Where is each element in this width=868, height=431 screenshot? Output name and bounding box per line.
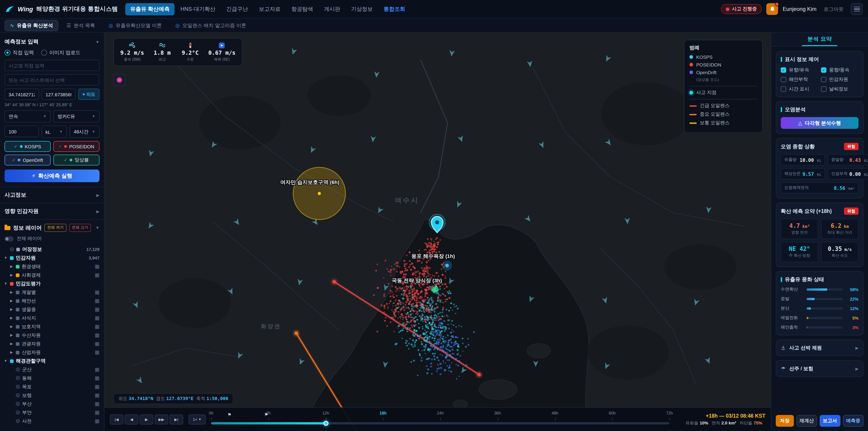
model-chip-opendrift[interactable]: ✓OpenDrift [4, 155, 51, 165]
grid-view-icon[interactable]: ▦ [95, 333, 99, 338]
display-option-2[interactable]: 해안부착 [781, 76, 818, 83]
layer-row-2[interactable]: ▶환경생태▦ [0, 262, 104, 271]
layer-toggle[interactable] [16, 419, 20, 423]
layer-row-19[interactable]: 부안▦ [0, 408, 104, 417]
collapsed-section-1[interactable]: ☂선주 / 보험▶ [776, 360, 864, 377]
nav-item-0[interactable]: 유출유 확산예측 [125, 3, 175, 15]
layer-row-13[interactable]: ▼해경관할구역 [0, 357, 104, 365]
longitude-input[interactable] [41, 89, 75, 100]
predicting-button[interactable]: 예측중 [843, 415, 864, 427]
fence-endpoint[interactable] [333, 280, 336, 284]
layer-toggle[interactable] [16, 385, 20, 389]
input-panel-header[interactable]: 예측정보 입력 ▼ [0, 34, 104, 49]
timeline-track-area[interactable]: 0h6h12h18h24h36h48h60h72h⚑⚑ [211, 407, 670, 431]
layer-row-12[interactable]: ▶산업자원▦ [0, 348, 104, 357]
nav-item-3[interactable]: 보고자료 [254, 3, 285, 15]
accordion-0[interactable]: 사고정보▶ [0, 187, 104, 203]
amount-unit-select[interactable]: kL▼ [41, 126, 67, 138]
pick-on-map-button[interactable]: ⌖지도 [79, 89, 99, 100]
checkbox-icon[interactable] [821, 86, 827, 92]
layer-row-4[interactable]: ▼민감도평가 [0, 279, 104, 288]
model-chip-poseidon[interactable]: ✓POSEIDON [53, 141, 99, 152]
master-layer-row[interactable]: 전체 레이어 [0, 235, 104, 245]
nav-item-1[interactable]: HNS·대기확산 [176, 3, 220, 15]
playback-speed-select[interactable]: 1× ▼ [188, 414, 206, 424]
grid-view-icon[interactable]: ▦ [95, 290, 99, 295]
fence-endpoint[interactable] [477, 373, 481, 376]
tab-0[interactable]: ∿유출유 확산분석 [4, 20, 59, 31]
grid-view-icon[interactable]: ▦ [95, 298, 99, 303]
radio-image-upload[interactable]: 이미지 업로드 [41, 49, 81, 56]
checkbox-icon[interactable] [781, 86, 786, 92]
nav-item-5[interactable]: 게시판 [319, 3, 345, 15]
logout-button[interactable]: 로그아웃 [821, 5, 846, 13]
grid-view-icon[interactable]: ▦ [95, 341, 99, 346]
checkbox-icon[interactable] [821, 77, 827, 82]
run-prediction-button[interactable]: ⚡확산예측 실행 [4, 170, 99, 182]
layer-toggle[interactable] [16, 410, 20, 414]
layer-row-7[interactable]: ▶생물종▦ [0, 305, 104, 314]
display-option-5[interactable]: 날씨정보 [821, 86, 859, 92]
layer-row-17[interactable]: 보령▦ [0, 391, 104, 400]
map-tool-button[interactable] [114, 74, 125, 86]
accident-list-input[interactable] [4, 74, 99, 86]
grid-view-icon[interactable]: ▦ [95, 315, 99, 320]
model-chip-앙상블[interactable]: ✓앙상블 [53, 155, 99, 165]
layer-row-15[interactable]: 동해▦ [0, 374, 104, 382]
fast-forward-button[interactable]: ▶▶ [155, 414, 168, 424]
duration-select[interactable]: 48시간▼ [70, 126, 99, 138]
step-back-button[interactable]: ◀ [125, 414, 138, 424]
tab-2[interactable]: ◎유출유확산모델 이론 [103, 20, 167, 31]
timeline-track[interactable] [211, 422, 670, 424]
grid-view-icon[interactable]: ▦ [95, 410, 99, 415]
display-option-4[interactable]: 시간 표시 [781, 86, 818, 92]
layer-toggle[interactable] [16, 376, 20, 380]
hamburger-menu-button[interactable] [851, 3, 863, 15]
nav-item-7[interactable]: 통합조회 [379, 3, 410, 15]
grid-view-icon[interactable]: ▦ [95, 401, 99, 406]
layer-row-6[interactable]: ▶해안선▦ [0, 297, 104, 305]
layer-row-16[interactable]: 목포▦ [0, 382, 104, 391]
layer-row-11[interactable]: ▶관광자원▦ [0, 339, 104, 348]
grid-view-icon[interactable]: ▦ [95, 384, 99, 389]
skip-start-button[interactable]: |◀ [110, 414, 123, 424]
layer-row-8[interactable]: ▶서식지▦ [0, 314, 104, 322]
checkbox-icon[interactable]: ✓ [781, 67, 786, 73]
model-chip-kosps[interactable]: ✓KOSPS [4, 141, 51, 152]
grid-view-icon[interactable]: ▦ [95, 419, 99, 424]
accident-name-input[interactable] [4, 60, 99, 71]
recalculate-button[interactable]: 재계산 [796, 415, 817, 427]
layer-row-1[interactable]: ▼민감자원3,947 [0, 254, 104, 262]
layer-row-0[interactable]: 어장정보17,129 [0, 245, 104, 254]
nav-item-6[interactable]: 기상정보 [346, 3, 378, 15]
layer-toggle[interactable] [10, 247, 14, 251]
grid-view-icon[interactable]: ▦ [95, 393, 99, 398]
nav-item-2[interactable]: 긴급구난 [221, 3, 253, 15]
fence-endpoint[interactable] [294, 331, 298, 335]
radio-direct-input[interactable]: 직접 입력 [4, 49, 34, 56]
layer-row-20[interactable]: 사천▦ [0, 417, 104, 425]
report-button[interactable]: 보고서 [819, 415, 840, 427]
layer-toggle[interactable] [16, 393, 20, 397]
grid-view-icon[interactable]: ▦ [95, 273, 99, 278]
checkbox-icon[interactable]: ✓ [821, 67, 827, 73]
grid-view-icon[interactable]: ▦ [95, 376, 99, 380]
skip-end-button[interactable]: ▶| [169, 414, 183, 424]
display-option-1[interactable]: ✓풍향/풍속 [821, 67, 859, 73]
grid-view-icon[interactable]: ▦ [95, 367, 99, 372]
master-layer-toggle[interactable] [4, 236, 13, 241]
display-option-3[interactable]: 민감자원 [821, 76, 859, 83]
notifications-button[interactable] [767, 3, 778, 15]
tab-1[interactable]: ☰분석 목록 [61, 20, 101, 31]
map-area[interactable]: 여수시화양면여자만 습지보호구역 (6h)웅포 해수욕장 (1h)국동 전략 양… [104, 33, 771, 431]
layer-row-14[interactable]: 군산▦ [0, 365, 104, 374]
layer-row-5[interactable]: ▶계절별▦ [0, 288, 104, 297]
collapsed-section-0[interactable]: ⚓사고 선박 제원▶ [776, 339, 864, 356]
accordion-1[interactable]: 영향 민감자원▶ [0, 203, 104, 220]
polygon-analysis-button[interactable]: △다각형 분석수행 [781, 117, 859, 129]
grid-view-icon[interactable]: ▦ [95, 324, 99, 329]
layer-row-18[interactable]: 부산▦ [0, 400, 104, 408]
save-button[interactable]: 저장 [776, 415, 794, 427]
spill-type-select[interactable]: 연속▼ [4, 110, 51, 123]
grid-view-icon[interactable]: ▦ [95, 350, 99, 355]
